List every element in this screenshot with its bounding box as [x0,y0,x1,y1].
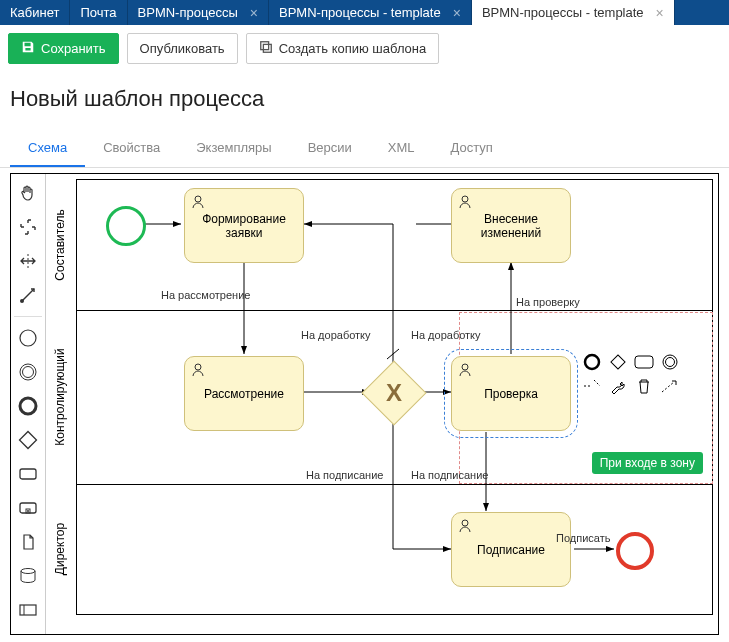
svg-point-18 [462,364,468,370]
svg-point-20 [585,355,599,369]
svg-rect-8 [20,469,36,479]
tab-xml[interactable]: XML [370,130,433,167]
close-icon[interactable]: × [250,5,258,21]
task-make-changes[interactable]: Внесение изменений [451,188,571,263]
data-object-tool[interactable] [13,527,43,557]
context-pad [581,352,691,396]
svg-point-16 [462,196,468,202]
svg-point-15 [195,196,201,202]
svg-point-19 [462,520,468,526]
ctx-start-event[interactable] [581,352,603,372]
svg-point-6 [20,398,36,414]
svg-point-5 [23,367,34,378]
view-tabs: Схема Свойства Экземпляры Версии XML Дос… [0,130,729,168]
ctx-intermediate[interactable] [659,352,681,372]
user-icon [458,519,472,536]
top-tab-bpmn[interactable]: BPMN-процессы× [128,0,269,25]
tab-schema[interactable]: Схема [10,130,85,167]
intermediate-event-tool[interactable] [13,357,43,387]
ctx-annotation[interactable] [581,376,603,396]
svg-point-17 [195,364,201,370]
task-form-request[interactable]: Формирование заявки [184,188,304,263]
ctx-trash[interactable] [633,376,655,396]
top-tab-bpmn-template-1[interactable]: BPMN-процессы - template× [269,0,472,25]
save-button[interactable]: Сохранить [8,33,119,64]
ctx-task[interactable] [633,352,655,372]
svg-point-3 [20,330,36,346]
lasso-tool[interactable] [13,212,43,242]
x-icon: X [386,379,402,407]
task-tool[interactable] [13,459,43,489]
copy-template-button[interactable]: Создать копию шаблона [246,33,440,64]
ctx-wrench[interactable] [607,376,629,396]
task-review[interactable]: Рассмотрение [184,356,304,431]
hand-tool[interactable] [13,178,43,208]
end-event-tool[interactable] [13,391,43,421]
flow-label: Подписать [556,532,610,544]
tab-versions[interactable]: Версии [290,130,370,167]
flow-label: На доработку [411,329,481,341]
ctx-gateway[interactable] [607,352,629,372]
global-connect-tool[interactable] [13,280,43,310]
start-event-tool[interactable] [13,323,43,353]
svg-point-24 [666,358,675,367]
task-sign[interactable]: Подписание [451,512,571,587]
data-store-tool[interactable] [13,561,43,591]
zone-entry-badge[interactable]: При входе в зону [592,452,703,474]
flow-label: На проверку [516,296,580,308]
participant-tool[interactable] [13,595,43,625]
gateway-tool[interactable] [13,425,43,455]
subprocess-tool[interactable] [13,493,43,523]
svg-rect-12 [20,605,36,615]
diagram-canvas: Составитель Контролирующий Директор Фо [10,173,719,635]
svg-rect-7 [20,432,37,449]
flow-label: На подписание [411,469,488,481]
top-tab-mail[interactable]: Почта [70,0,127,25]
save-icon [21,40,35,57]
end-event[interactable] [616,532,654,570]
svg-rect-1 [263,44,271,52]
flow-label: На подписание [306,469,383,481]
tab-access[interactable]: Доступ [433,130,511,167]
tab-instances[interactable]: Экземпляры [178,130,289,167]
top-tab-cabinet[interactable]: Кабинет [0,0,70,25]
palette [11,174,46,634]
svg-rect-21 [611,355,625,369]
start-event[interactable] [106,206,146,246]
page-title: Новый шаблон процесса [10,86,719,112]
copy-icon [259,40,273,57]
user-icon [458,195,472,212]
flow-label: На доработку [301,329,371,341]
top-tab-bpmn-template-2[interactable]: BPMN-процессы - template× [472,0,675,25]
top-tab-bar: Кабинет Почта BPMN-процессы× BPMN-процес… [0,0,729,25]
tab-properties[interactable]: Свойства [85,130,178,167]
svg-point-2 [20,299,24,303]
close-icon[interactable]: × [453,5,461,21]
space-tool[interactable] [13,246,43,276]
close-icon[interactable]: × [656,5,664,21]
user-icon [191,195,205,212]
user-icon [458,363,472,380]
svg-rect-22 [635,356,653,368]
diagram-area[interactable]: Составитель Контролирующий Директор Фо [46,174,718,634]
task-check[interactable]: Проверка [451,356,571,431]
toolbar: Сохранить Опубликовать Создать копию шаб… [0,25,729,72]
svg-point-11 [21,569,35,574]
publish-button[interactable]: Опубликовать [127,33,238,64]
user-icon [191,363,205,380]
svg-rect-0 [260,42,268,50]
flow-label: На рассмотрение [161,289,250,301]
ctx-connect[interactable] [659,376,681,396]
